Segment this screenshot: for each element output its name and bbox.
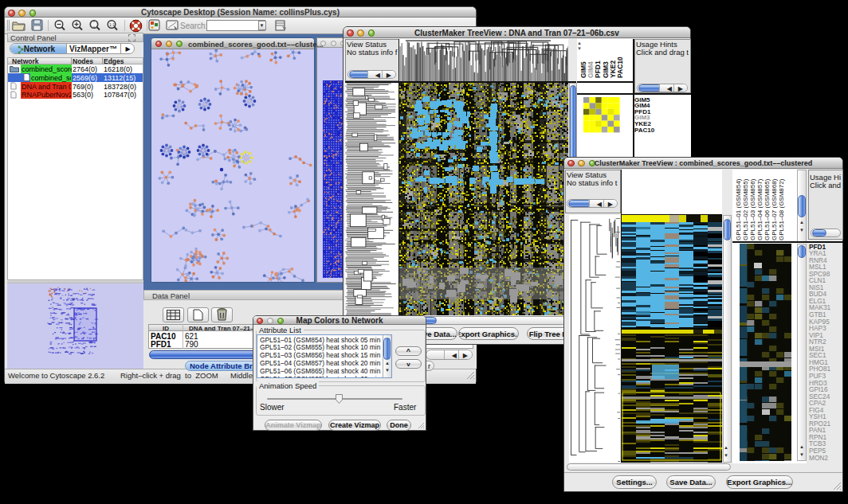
svg-text:1:1: 1:1 bbox=[109, 22, 115, 27]
